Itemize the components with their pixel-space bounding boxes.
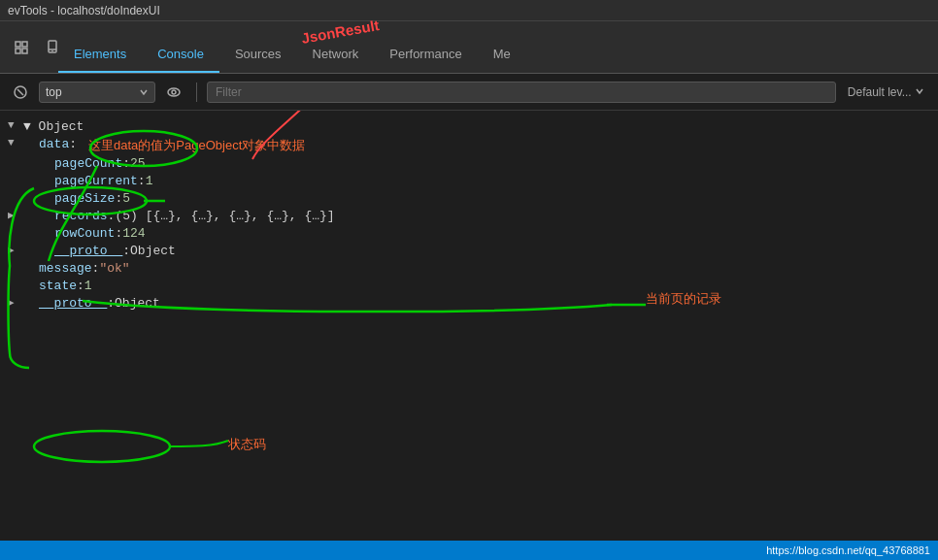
state-value: 1 xyxy=(84,279,92,293)
tab-icons xyxy=(0,21,74,73)
data-proto-expand-arrow[interactable] xyxy=(8,244,15,256)
data-proto-key: __proto__ xyxy=(54,244,122,258)
clear-console-button[interactable] xyxy=(8,80,33,105)
levels-chevron-icon xyxy=(915,86,924,96)
state-key: state xyxy=(39,279,77,293)
message-key: message xyxy=(39,261,92,276)
state-line: state : 1 xyxy=(0,278,938,295)
console-wrapper: ▼ Object data : 这里data的值为PageObject对象中数据… xyxy=(0,111,938,541)
svg-line-8 xyxy=(17,89,23,95)
current-page-annotation: 当前页的记录 xyxy=(646,290,721,308)
tab-network[interactable]: Network xyxy=(297,21,375,73)
data-proto-value: Object xyxy=(130,244,176,258)
svg-rect-0 xyxy=(16,42,20,47)
page-count-key: pageCount xyxy=(54,156,122,171)
row-count-key: rowCount xyxy=(54,226,115,241)
status-url: https://blog.csdn.net/qq_43768881 xyxy=(766,544,930,556)
page-current-key: pageCurrent xyxy=(54,174,138,188)
toolbar-separator xyxy=(196,82,197,102)
records-value: (5) [{…}, {…}, {…}, {…}, {…}] xyxy=(115,209,334,223)
eye-icon[interactable] xyxy=(161,80,186,105)
records-key: records xyxy=(54,209,108,223)
root-proto-value: Object xyxy=(115,296,160,311)
title-text: evTools - localhost/doIndexUI xyxy=(8,4,160,17)
filter-input[interactable] xyxy=(207,82,836,103)
page-size-line: pageSize : 5 xyxy=(0,190,938,208)
tab-sources[interactable]: Sources xyxy=(219,21,297,73)
toolbar: top Default lev... xyxy=(0,74,938,111)
root-proto-key: __proto__ xyxy=(39,296,107,311)
row-count-line: rowCount : 124 xyxy=(0,225,938,243)
page-size-key: pageSize xyxy=(54,191,115,206)
page-size-value: 5 xyxy=(122,191,130,206)
context-selector[interactable]: top xyxy=(39,82,155,103)
tab-console[interactable]: Console xyxy=(142,21,219,73)
state-annotation: 状态码 xyxy=(228,436,266,453)
device-icon[interactable] xyxy=(39,34,66,61)
title-bar: evTools - localhost/doIndexUI xyxy=(0,0,938,21)
svg-point-10 xyxy=(172,90,176,94)
data-expand-arrow[interactable] xyxy=(8,137,15,148)
data-proto-line: __proto__ : Object xyxy=(0,243,938,260)
tab-performance[interactable]: Performance xyxy=(374,21,477,73)
svg-point-9 xyxy=(168,88,180,96)
records-expand-arrow[interactable] xyxy=(8,209,15,221)
context-value: top xyxy=(46,85,135,99)
records-line: records : (5) [{…}, {…}, {…}, {…}, {…}] xyxy=(0,208,938,225)
svg-point-6 xyxy=(51,49,53,51)
object-root-line: ▼ Object xyxy=(0,118,938,136)
console-content: ▼ Object data : 这里data的值为PageObject对象中数据… xyxy=(0,111,938,541)
object-label: ▼ Object xyxy=(23,119,84,134)
data-annotation: 这里data的值为PageObject对象中数据 xyxy=(88,137,305,154)
row-count-value: 124 xyxy=(122,226,145,241)
data-key: data xyxy=(39,137,69,151)
tab-more[interactable]: Me xyxy=(478,21,526,73)
message-line: message : "ok" xyxy=(0,260,938,278)
default-levels-dropdown[interactable]: Default lev... xyxy=(842,82,930,102)
page-count-line: pageCount : 25 xyxy=(0,155,938,173)
inspect-icon[interactable] xyxy=(8,34,35,61)
status-bar: https://blog.csdn.net/qq_43768881 xyxy=(0,541,938,560)
svg-rect-2 xyxy=(16,49,20,53)
svg-rect-3 xyxy=(22,49,27,53)
page-count-value: 25 xyxy=(130,156,146,171)
root-proto-line: __proto__ : Object xyxy=(0,295,938,313)
tab-bar: Elements Console Sources Network Perform… xyxy=(0,21,938,74)
data-line: data : 这里data的值为PageObject对象中数据 xyxy=(0,136,938,155)
message-value: "ok" xyxy=(99,261,129,276)
svg-rect-1 xyxy=(22,42,27,47)
page-current-line: pageCurrent : 1 xyxy=(0,173,938,190)
root-proto-expand-arrow[interactable] xyxy=(8,296,15,309)
object-expand-arrow[interactable] xyxy=(8,119,15,131)
page-current-value: 1 xyxy=(146,174,153,188)
chevron-down-icon xyxy=(139,87,149,97)
app-container: evTools - localhost/doIndexUI xyxy=(0,0,938,560)
